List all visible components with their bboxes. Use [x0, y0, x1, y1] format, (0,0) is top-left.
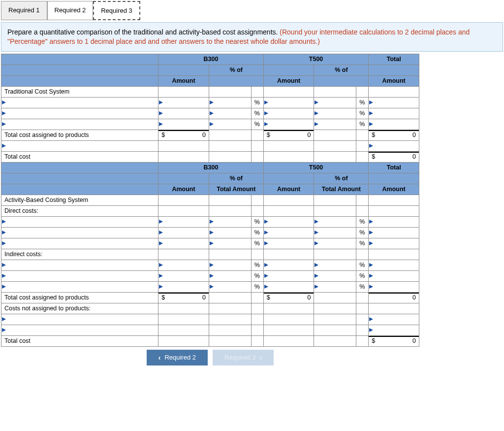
cell[interactable]: [209, 195, 251, 205]
amount-input[interactable]: [158, 270, 209, 281]
pct-input[interactable]: [209, 260, 251, 270]
cell[interactable]: [369, 249, 419, 260]
cell[interactable]: [263, 314, 314, 325]
amount-input[interactable]: [158, 119, 209, 130]
cell[interactable]: [263, 303, 314, 314]
cell[interactable]: [369, 195, 419, 205]
dropdown-arrow-icon[interactable]: [314, 271, 319, 281]
dropdown-arrow-icon[interactable]: [158, 271, 163, 281]
dropdown-arrow-icon[interactable]: [158, 238, 163, 249]
dropdown-arrow-icon[interactable]: [209, 271, 214, 281]
pct-input[interactable]: [209, 119, 251, 130]
amount-input[interactable]: [158, 108, 209, 119]
dropdown-arrow-icon[interactable]: [264, 98, 269, 108]
dropdown-arrow-icon[interactable]: [158, 119, 163, 130]
pct-input[interactable]: [209, 281, 251, 292]
cell[interactable]: [263, 249, 314, 260]
tab-required-1[interactable]: Required 1: [1, 1, 47, 20]
cell[interactable]: [209, 140, 251, 151]
dropdown-arrow-icon[interactable]: [369, 141, 374, 151]
amount-input[interactable]: [263, 108, 314, 119]
row-label-input[interactable]: [1, 97, 158, 108]
row-label-input[interactable]: [1, 270, 158, 281]
cell[interactable]: [158, 249, 209, 260]
dropdown-arrow-icon[interactable]: [158, 228, 163, 238]
dropdown-arrow-icon[interactable]: [209, 228, 214, 238]
cell[interactable]: [209, 249, 251, 260]
dropdown-arrow-icon[interactable]: [314, 217, 319, 227]
cell[interactable]: [369, 303, 419, 314]
cell[interactable]: [263, 325, 314, 335]
amount-input[interactable]: [369, 238, 419, 249]
dropdown-arrow-icon[interactable]: [209, 108, 214, 119]
dropdown-arrow-icon[interactable]: [209, 238, 214, 249]
amount-input[interactable]: [158, 281, 209, 292]
cell[interactable]: [158, 314, 209, 325]
pct-input[interactable]: [209, 238, 251, 249]
row-label-input[interactable]: [1, 238, 158, 249]
amount-input[interactable]: [263, 216, 314, 227]
amount-input[interactable]: [158, 238, 209, 249]
cell[interactable]: [158, 195, 209, 205]
amount-input[interactable]: [158, 260, 209, 270]
amount-input[interactable]: [369, 314, 419, 325]
dropdown-arrow-icon[interactable]: [1, 314, 6, 325]
amount-input[interactable]: [369, 216, 419, 227]
pct-input[interactable]: [314, 216, 356, 227]
pct-input[interactable]: [314, 260, 356, 270]
dropdown-arrow-icon[interactable]: [314, 119, 319, 130]
dropdown-arrow-icon[interactable]: [369, 325, 374, 335]
dropdown-arrow-icon[interactable]: [1, 282, 6, 292]
dropdown-arrow-icon[interactable]: [369, 314, 374, 325]
dropdown-arrow-icon[interactable]: [1, 98, 6, 108]
dropdown-arrow-icon[interactable]: [314, 282, 319, 292]
dropdown-arrow-icon[interactable]: [264, 282, 269, 292]
cell[interactable]: [263, 86, 314, 97]
dropdown-arrow-icon[interactable]: [369, 119, 374, 130]
cell[interactable]: [314, 249, 356, 260]
row-label-input[interactable]: [1, 314, 158, 325]
cell[interactable]: [314, 86, 356, 97]
dropdown-arrow-icon[interactable]: [264, 260, 269, 270]
dropdown-arrow-icon[interactable]: [1, 238, 6, 249]
dropdown-arrow-icon[interactable]: [264, 228, 269, 238]
cell[interactable]: [263, 140, 314, 151]
amount-input[interactable]: [369, 325, 419, 335]
dropdown-arrow-icon[interactable]: [158, 217, 163, 227]
cell[interactable]: [314, 195, 356, 205]
dropdown-arrow-icon[interactable]: [314, 108, 319, 119]
cell[interactable]: [158, 303, 209, 314]
row-label-input[interactable]: [1, 108, 158, 119]
amount-input[interactable]: [263, 281, 314, 292]
dropdown-arrow-icon[interactable]: [158, 282, 163, 292]
dropdown-arrow-icon[interactable]: [369, 260, 374, 270]
amount-input[interactable]: [369, 97, 419, 108]
dropdown-arrow-icon[interactable]: [369, 108, 374, 119]
dropdown-arrow-icon[interactable]: [209, 217, 214, 227]
dropdown-arrow-icon[interactable]: [369, 282, 374, 292]
dropdown-arrow-icon[interactable]: [1, 325, 6, 335]
pct-input[interactable]: [209, 227, 251, 238]
pct-input[interactable]: [209, 216, 251, 227]
cell[interactable]: [314, 140, 356, 151]
cell[interactable]: [209, 303, 251, 314]
row-label-input[interactable]: [1, 227, 158, 238]
dropdown-arrow-icon[interactable]: [369, 271, 374, 281]
cell[interactable]: [369, 205, 419, 216]
pct-input[interactable]: [314, 97, 356, 108]
dropdown-arrow-icon[interactable]: [369, 98, 374, 108]
dropdown-arrow-icon[interactable]: [1, 119, 6, 130]
dropdown-arrow-icon[interactable]: [264, 217, 269, 227]
dropdown-arrow-icon[interactable]: [1, 260, 6, 270]
next-button[interactable]: Required 3 ›: [213, 350, 274, 365]
cell[interactable]: [314, 205, 356, 216]
cell[interactable]: [209, 314, 251, 325]
dropdown-arrow-icon[interactable]: [314, 98, 319, 108]
amount-input[interactable]: [263, 97, 314, 108]
prev-button[interactable]: ‹ Required 2: [147, 350, 208, 365]
amount-input[interactable]: [369, 260, 419, 270]
dropdown-arrow-icon[interactable]: [158, 98, 163, 108]
cell[interactable]: [158, 325, 209, 335]
pct-input[interactable]: [314, 108, 356, 119]
pct-input[interactable]: [314, 119, 356, 130]
